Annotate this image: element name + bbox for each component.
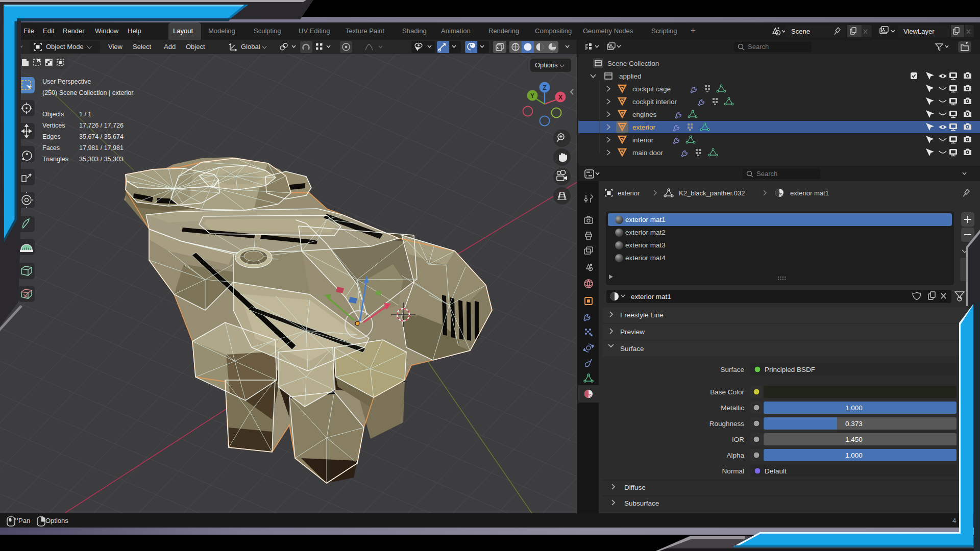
svg-text:applied: applied <box>619 72 642 80</box>
svg-text:0.373: 0.373 <box>845 420 863 428</box>
svg-text:1.000: 1.000 <box>845 452 863 459</box>
svg-text:exterior mat1: exterior mat1 <box>631 293 671 300</box>
svg-text:Principled BSDF: Principled BSDF <box>765 366 815 373</box>
svg-text:K2_black_panther.032: K2_black_panther.032 <box>679 189 745 197</box>
svg-text:Z: Z <box>543 84 546 91</box>
svg-text:interior: interior <box>632 136 654 144</box>
svg-text:exterior mat3: exterior mat3 <box>625 241 666 249</box>
svg-text:cockpit cage: cockpit cage <box>632 85 671 93</box>
svg-text:Surface: Surface <box>720 366 744 373</box>
svg-text:exterior mat2: exterior mat2 <box>625 229 666 236</box>
svg-text:Alpha: Alpha <box>726 452 744 459</box>
svg-text:exterior mat4: exterior mat4 <box>625 254 666 262</box>
svg-text:Subsurface: Subsurface <box>624 499 659 507</box>
svg-text:exterior: exterior <box>632 123 656 131</box>
svg-text:IOR: IOR <box>732 436 744 443</box>
svg-text:cockpit interior: cockpit interior <box>632 98 677 106</box>
svg-text:Base Color: Base Color <box>710 388 744 396</box>
svg-text:exterior mat1: exterior mat1 <box>625 216 666 223</box>
svg-text:Default: Default <box>765 467 787 475</box>
svg-text:Scene Collection: Scene Collection <box>607 60 659 67</box>
svg-text:Preview: Preview <box>620 328 645 336</box>
svg-text:Normal: Normal <box>722 467 744 475</box>
svg-text:Search: Search <box>756 170 777 178</box>
svg-text:engines: engines <box>632 111 657 118</box>
svg-text:main door: main door <box>632 149 664 157</box>
svg-text:exterior: exterior <box>618 189 640 197</box>
svg-text:1.450: 1.450 <box>845 436 863 443</box>
svg-text:Metallic: Metallic <box>721 404 744 412</box>
svg-text:exterior mat1: exterior mat1 <box>790 189 829 197</box>
svg-text:Surface: Surface <box>620 345 644 353</box>
svg-text:Roughness: Roughness <box>709 420 745 428</box>
svg-text:Y: Y <box>530 92 534 99</box>
svg-text:X: X <box>558 94 562 101</box>
svg-text:Freestyle Line: Freestyle Line <box>620 311 664 319</box>
svg-text:Search: Search <box>748 43 769 51</box>
svg-text:Diffuse: Diffuse <box>624 484 646 491</box>
svg-text:1.000: 1.000 <box>845 404 863 412</box>
